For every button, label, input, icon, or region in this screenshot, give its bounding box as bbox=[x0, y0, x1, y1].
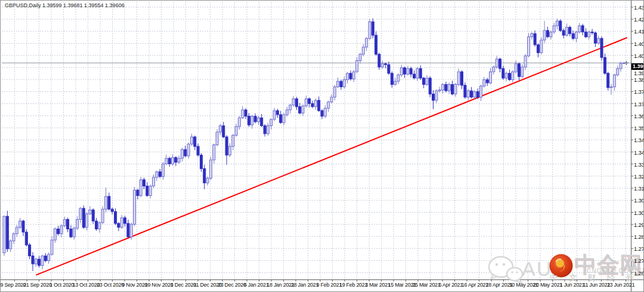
candle bbox=[394, 81, 397, 84]
candle bbox=[101, 209, 104, 223]
candle bbox=[588, 32, 590, 37]
candle bbox=[137, 190, 139, 195]
price-axis-label: 1.37040 bbox=[634, 101, 644, 107]
candle bbox=[238, 118, 240, 127]
candle bbox=[524, 56, 527, 67]
candle bbox=[378, 54, 380, 67]
date-axis-label: 21 Sep 2020 bbox=[23, 282, 52, 288]
candle bbox=[209, 160, 212, 179]
candle bbox=[346, 73, 349, 80]
candle bbox=[6, 216, 8, 249]
candle bbox=[13, 233, 15, 241]
price-axis-label: 1.30960 bbox=[634, 197, 644, 204]
candle bbox=[98, 223, 101, 229]
candle bbox=[247, 116, 250, 125]
price-axis-label: 1.37800 bbox=[634, 88, 644, 95]
candle bbox=[391, 73, 393, 85]
candle bbox=[92, 210, 94, 222]
candle bbox=[280, 115, 282, 122]
price-axis-label: 1.39320 bbox=[634, 70, 644, 76]
chart-plot-area[interactable] bbox=[1, 1, 644, 292]
candle bbox=[597, 38, 600, 43]
date-axis-label: 23 Jun 2021 bbox=[607, 282, 634, 288]
chart-title: GBPUSD,Daily 1.39599 1.39681 1.39554 1.3… bbox=[5, 2, 125, 8]
date-axis-label: 13 Oct 2020 bbox=[72, 282, 100, 288]
candle bbox=[3, 216, 5, 253]
candle bbox=[89, 210, 91, 214]
candle bbox=[105, 196, 107, 209]
candle bbox=[242, 110, 244, 118]
candle bbox=[385, 64, 387, 64]
candle bbox=[330, 97, 333, 102]
candle bbox=[120, 218, 123, 228]
candle bbox=[594, 33, 596, 43]
candle bbox=[32, 256, 34, 264]
price-axis-label: 1.27160 bbox=[634, 257, 644, 264]
candle bbox=[283, 115, 285, 122]
candle bbox=[600, 38, 603, 57]
candle bbox=[264, 126, 266, 134]
candle bbox=[375, 35, 377, 54]
candle bbox=[267, 126, 269, 134]
candle bbox=[302, 106, 304, 113]
candle bbox=[22, 221, 24, 232]
candle bbox=[159, 172, 161, 177]
price-axis-label: 1.28680 bbox=[634, 233, 644, 240]
candle bbox=[470, 91, 473, 97]
date-axis-label: 23 Oct 2020 bbox=[97, 282, 124, 288]
candle bbox=[117, 223, 120, 228]
candle bbox=[206, 178, 209, 183]
candle bbox=[292, 99, 295, 105]
candle bbox=[134, 190, 136, 224]
candle bbox=[442, 84, 444, 90]
candle bbox=[156, 172, 158, 177]
candle bbox=[423, 78, 425, 85]
candle bbox=[457, 72, 460, 84]
date-axis-label: 28 Jan 2021 bbox=[291, 282, 318, 288]
candle bbox=[480, 86, 482, 97]
candle bbox=[426, 78, 428, 85]
candle bbox=[613, 75, 615, 87]
price-axis-label: 1.34000 bbox=[634, 149, 644, 156]
candle bbox=[127, 223, 129, 237]
trendline[interactable] bbox=[36, 38, 627, 275]
candle bbox=[114, 211, 117, 223]
candle bbox=[502, 69, 504, 78]
candle bbox=[603, 57, 606, 73]
candle bbox=[476, 91, 479, 97]
price-axis-label: 1.40080 bbox=[634, 53, 644, 59]
candle bbox=[451, 84, 454, 94]
candle bbox=[44, 256, 47, 261]
candle bbox=[108, 196, 110, 209]
candle bbox=[572, 33, 574, 38]
candle bbox=[276, 110, 278, 115]
candle bbox=[225, 137, 228, 155]
candle bbox=[343, 80, 345, 87]
candle bbox=[499, 59, 501, 69]
candle bbox=[369, 21, 371, 38]
candle bbox=[29, 245, 31, 256]
price-axis-label: 1.41600 bbox=[634, 28, 644, 35]
candle bbox=[299, 107, 301, 113]
candle bbox=[41, 256, 44, 266]
candle bbox=[57, 229, 60, 233]
candle bbox=[349, 73, 352, 79]
date-axis-label: 19 Nov 2020 bbox=[145, 282, 174, 288]
candle bbox=[556, 21, 558, 26]
candle bbox=[407, 69, 409, 74]
candle bbox=[578, 26, 581, 32]
price-axis-label: 1.34760 bbox=[634, 137, 644, 143]
candle bbox=[581, 26, 584, 32]
date-axis-label: 9 Sep 2020 bbox=[0, 282, 26, 288]
candle bbox=[359, 54, 361, 61]
candle bbox=[305, 99, 307, 106]
candle bbox=[143, 180, 145, 186]
candle bbox=[321, 110, 323, 116]
candle bbox=[216, 132, 218, 145]
candle bbox=[512, 72, 514, 79]
candle bbox=[467, 91, 469, 97]
candle bbox=[366, 38, 368, 47]
candle bbox=[191, 137, 193, 144]
candle bbox=[79, 208, 82, 220]
candle bbox=[311, 103, 314, 106]
